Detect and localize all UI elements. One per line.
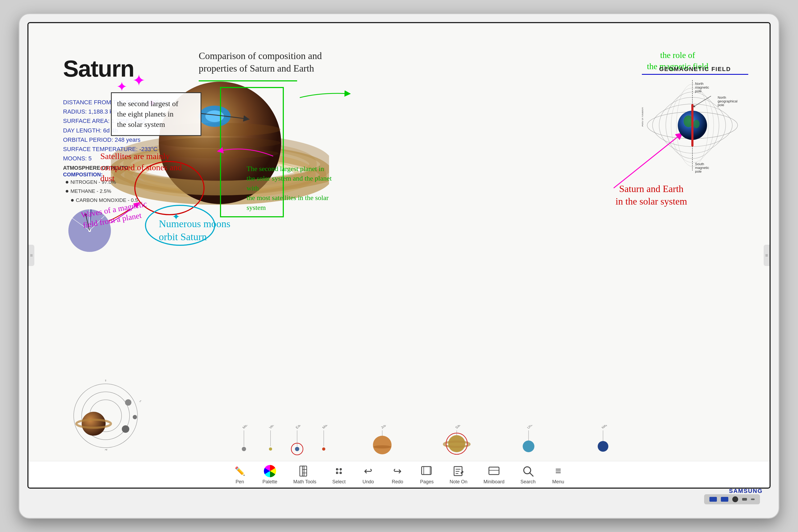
svg-text:Uranus: Uranus [527,425,537,430]
select-icon [332,464,345,478]
svg-text:North: North [695,82,704,86]
menu-icon: ≡ [551,464,565,478]
comparison-title: Comparison of composition andproperties … [199,50,322,75]
device-bottom [27,489,771,510]
svg-text:Axis of rotation: Axis of rotation [642,107,644,127]
geo-diagram: GEOMAGNETIC FIELD [642,66,748,185]
svg-text:Venus: Venus [268,425,278,430]
svg-text:magnetic: magnetic [695,86,709,89]
tool-pages[interactable]: Pages [420,464,434,484]
tool-note-on[interactable]: Note On [450,464,467,484]
svg-text:North: North [718,95,726,99]
toolbar: ✏️ Pen Palette [28,461,770,488]
svg-rect-82 [300,466,304,476]
tool-miniboard[interactable]: Miniboard [483,464,504,484]
svg-point-43 [82,412,106,436]
svg-point-74 [448,435,465,452]
svg-text:♂: ♂ [139,399,142,403]
svg-text:pole: pole [695,89,702,93]
port-1 [709,497,717,502]
note-on-label: Note On [450,479,467,484]
svg-point-20 [693,120,700,128]
left-handle[interactable]: ≡ [28,245,34,266]
tool-math-tools[interactable]: Math Tools [293,464,317,484]
geo-title: GEOMAGNETIC FIELD [642,66,748,75]
svg-text:pole: pole [718,103,724,107]
green-underline [199,80,297,81]
tool-redo[interactable]: ↪ Redo [391,464,404,484]
description-box: the second largest ofthe eight planets i… [111,92,201,136]
port-2 [721,497,728,502]
svg-point-47 [122,425,129,433]
math-tools-icon [298,464,311,478]
svg-point-78 [598,441,608,452]
svg-text:Earth: Earth [295,425,304,430]
svg-text:South: South [695,162,704,166]
svg-text:magnetic: magnetic [695,166,709,170]
satellites-annotation: Satellites are mainlycomposed of stones … [100,151,185,184]
svg-point-71 [322,448,325,451]
screen: ≡ ≡ [27,22,771,489]
info-orbital-period: ORBITAL PERIOD: 248 years [63,135,168,145]
port-4 [742,498,747,500]
saturn-title-area: ✦ ✦ ✦ Saturn [63,55,134,82]
pages-label: Pages [420,479,434,484]
svg-point-77 [523,440,534,452]
svg-rect-101 [489,467,499,475]
tool-select[interactable]: Select [332,464,345,484]
svg-point-72 [373,436,392,454]
miniboard-label: Miniboard [483,479,504,484]
right-handle[interactable]: ≡ [764,245,770,266]
select-label: Select [332,479,345,484]
svg-point-46 [133,415,137,419]
palette-icon [263,464,277,478]
svg-text:Jupiter: Jupiter [380,425,391,430]
svg-rect-21 [691,104,694,147]
samsung-logo: SAMSUNG [729,488,763,494]
pages-icon [420,464,434,478]
redo-label: Redo [392,479,403,484]
svg-text:geographical: geographical [718,99,738,103]
palette-label: Palette [263,479,278,484]
pen-label: Pen [235,479,244,484]
search-label: Search [520,479,535,484]
svg-point-45 [125,399,131,406]
device-frame: ≡ ≡ [19,13,779,519]
svg-point-73 [373,445,391,449]
numerous-moons-annotation: Numerous moonsorbit Saturn [159,217,230,244]
undo-label: Undo [363,479,374,484]
orbital-diagram: ♀ ♂ ♃ [63,376,148,450]
svg-text:pole: pole [695,169,702,173]
svg-text:Mars: Mars [322,425,330,430]
svg-text:Mercury: Mercury [242,425,253,430]
svg-text:♀: ♀ [104,378,107,382]
svg-text:Saturn: Saturn [455,425,465,430]
whiteboard-content[interactable]: ≡ ≡ [28,23,770,488]
math-tools-label: Math Tools [293,479,317,484]
port-3 [732,496,738,502]
tool-undo[interactable]: ↩ Undo [361,464,375,484]
undo-icon: ↩ [361,464,375,478]
second-largest-annotation: The second largest planet inthe solar sy… [247,164,340,212]
tool-palette[interactable]: Palette [263,464,278,484]
pen-icon: ✏️ [233,464,247,478]
tool-menu[interactable]: ≡ Menu [551,464,565,484]
port-5 [751,498,755,500]
svg-text:Neptune: Neptune [601,425,613,430]
menu-label: Menu [552,479,564,484]
tool-pen[interactable]: ✏️ Pen [233,464,247,484]
miniboard-icon [487,464,500,478]
tool-search[interactable]: Search [520,464,535,484]
star-decoration-2: ✦ [132,71,146,90]
redo-icon: ↪ [391,464,404,478]
saturn-earth-annotation: Saturn and Earthin the solar system [615,183,687,208]
search-icon [521,464,535,478]
svg-line-104 [530,473,533,476]
svg-point-68 [269,448,272,451]
svg-text:♃: ♃ [104,448,108,450]
svg-point-40 [74,384,137,448]
note-on-icon [452,464,465,478]
solar-system-row: Mercury Venus Earth Mars Jupiter Saturn … [236,425,743,457]
svg-point-67 [242,447,246,451]
saturn-title-text: Saturn [63,55,134,82]
